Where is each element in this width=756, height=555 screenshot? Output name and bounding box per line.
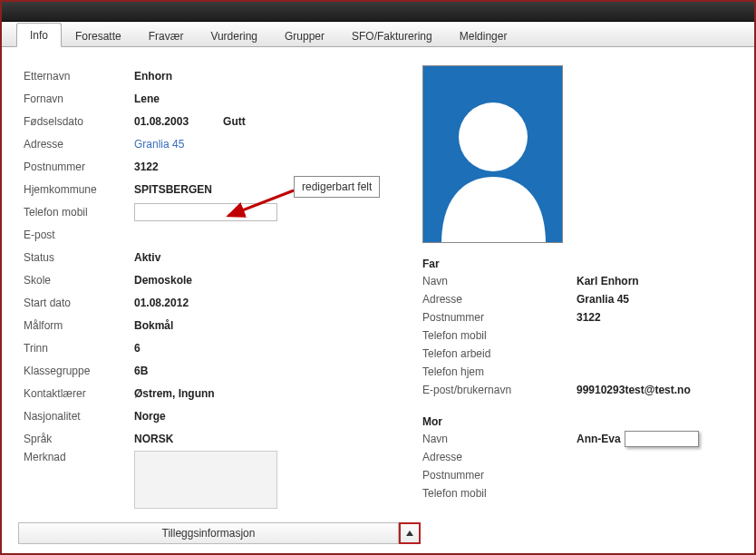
label-epost: E-post bbox=[24, 229, 134, 241]
label-klassegruppe: Klassegruppe bbox=[24, 365, 134, 377]
value-nasjonalitet: Norge bbox=[134, 410, 166, 423]
label-hjemkommune: Hjemkommune bbox=[24, 183, 134, 196]
tab-vurdering[interactable]: Vurdering bbox=[197, 24, 271, 47]
label-spraak: Språk bbox=[24, 433, 134, 445]
far-label-telefon-arbeid: Telefon arbeid bbox=[422, 347, 577, 360]
mor-value-navn: Ann-Eva bbox=[577, 433, 621, 445]
chevron-up-icon bbox=[406, 531, 413, 536]
svg-point-1 bbox=[459, 102, 528, 171]
far-label-telefon-mobil: Telefon mobil bbox=[422, 329, 577, 342]
label-skole: Skole bbox=[24, 274, 134, 287]
label-maalform: Målform bbox=[24, 319, 134, 332]
tab-sfo[interactable]: SFO/Fakturering bbox=[338, 24, 446, 47]
mor-label-adresse: Adresse bbox=[422, 451, 577, 463]
value-postnummer: 3122 bbox=[134, 161, 159, 173]
value-etternavn: Enhorn bbox=[134, 70, 172, 83]
value-status: Aktiv bbox=[134, 251, 160, 264]
tab-info[interactable]: Info bbox=[16, 23, 62, 47]
label-trinn: Trinn bbox=[24, 342, 134, 355]
student-photo bbox=[422, 65, 563, 243]
mor-label-postnummer: Postnummer bbox=[422, 469, 577, 482]
tab-meldinger[interactable]: Meldinger bbox=[446, 24, 521, 47]
value-kontaktlaerer: Østrem, Ingunn bbox=[134, 387, 215, 400]
right-column: Far Navn Karl Enhorn Adresse Granlia 45 … bbox=[422, 65, 722, 502]
far-value-epost: 99910293test@test.no bbox=[577, 384, 691, 396]
content-area: Etternavn Enhorn Fornavn Lene Fødselsdat… bbox=[2, 49, 754, 553]
far-value-navn: Karl Enhorn bbox=[577, 275, 639, 287]
value-fornavn: Lene bbox=[134, 92, 160, 105]
tab-fravaer[interactable]: Fravær bbox=[135, 24, 198, 47]
label-postnummer: Postnummer bbox=[24, 161, 134, 173]
value-trinn: 6 bbox=[134, 342, 141, 355]
far-title: Far bbox=[422, 258, 722, 270]
tab-foresatte[interactable]: Foresatte bbox=[62, 24, 135, 47]
far-value-adresse: Granlia 45 bbox=[577, 293, 629, 306]
label-etternavn: Etternavn bbox=[24, 70, 134, 83]
student-window: Info Foresatte Fravær Vurdering Grupper … bbox=[0, 0, 756, 555]
label-kontaktlaerer: Kontaktlærer bbox=[24, 387, 134, 400]
label-start-dato: Start dato bbox=[24, 297, 134, 309]
value-hjemkommune: SPITSBERGEN bbox=[134, 183, 212, 196]
mor-label-telefon-mobil: Telefon mobil bbox=[422, 487, 577, 500]
tilleggsinformasjon-toggle[interactable] bbox=[399, 522, 421, 544]
label-nasjonalitet: Nasjonalitet bbox=[24, 410, 134, 423]
tab-strip: Info Foresatte Fravær Vurdering Grupper … bbox=[2, 22, 754, 47]
tilleggsinformasjon-button[interactable]: Tilleggsinformasjon bbox=[18, 522, 399, 544]
far-label-postnummer: Postnummer bbox=[422, 311, 577, 324]
label-merknad: Merknad bbox=[24, 451, 134, 463]
far-label-adresse: Adresse bbox=[422, 293, 577, 306]
label-fornavn: Fornavn bbox=[24, 92, 134, 105]
label-status: Status bbox=[24, 251, 134, 264]
far-label-epost: E-post/brukernavn bbox=[422, 384, 577, 396]
mor-label-navn: Navn bbox=[422, 433, 577, 445]
tab-grupper[interactable]: Grupper bbox=[271, 24, 338, 47]
annotation-tooltip: redigerbart felt bbox=[294, 176, 380, 198]
far-section: Far Navn Karl Enhorn Adresse Granlia 45 … bbox=[422, 258, 722, 399]
input-telefon-mobil[interactable] bbox=[134, 203, 277, 221]
avatar-icon bbox=[423, 66, 563, 243]
label-fodselsdato: Fødselsdato bbox=[24, 115, 134, 128]
value-maalform: Bokmål bbox=[134, 319, 173, 332]
far-label-navn: Navn bbox=[422, 275, 577, 287]
label-adresse: Adresse bbox=[24, 138, 134, 151]
value-kjonn: Gutt bbox=[223, 115, 246, 128]
value-adresse[interactable]: Granlia 45 bbox=[134, 138, 184, 151]
far-label-telefon-hjem: Telefon hjem bbox=[422, 365, 577, 378]
mor-input-navn[interactable] bbox=[625, 431, 699, 447]
student-details: Etternavn Enhorn Fornavn Lene Fødselsdat… bbox=[24, 65, 422, 510]
window-titlebar bbox=[2, 2, 754, 22]
value-start-dato: 01.08.2012 bbox=[134, 297, 189, 309]
mor-title: Mor bbox=[422, 415, 722, 428]
mor-section: Mor Navn Ann-Eva Adresse Postnummer Tele… bbox=[422, 415, 722, 502]
far-value-postnummer: 3122 bbox=[577, 311, 601, 324]
value-fodselsdato: 01.08.2003 bbox=[134, 115, 189, 128]
label-telefon-mobil: Telefon mobil bbox=[24, 206, 134, 219]
value-klassegruppe: 6B bbox=[134, 365, 148, 377]
value-spraak: NORSK bbox=[134, 433, 173, 445]
input-merknad[interactable] bbox=[134, 451, 277, 509]
value-skole: Demoskole bbox=[134, 274, 192, 287]
